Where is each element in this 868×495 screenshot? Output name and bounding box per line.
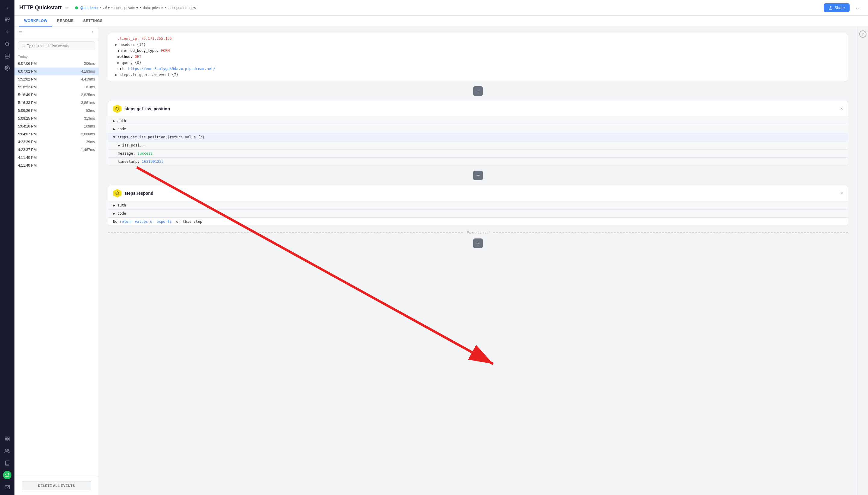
- get-iss-step-close[interactable]: ×: [840, 106, 843, 112]
- svg-rect-11: [5, 440, 7, 441]
- nav-update-icon[interactable]: [3, 471, 12, 479]
- tab-settings[interactable]: SETTINGS: [79, 16, 107, 27]
- add-step-button-end[interactable]: +: [473, 238, 483, 248]
- get-iss-return-row[interactable]: ▼ steps.get_iss_position.$return_value {…: [108, 133, 848, 141]
- code-visibility: code: private ▾: [115, 6, 138, 10]
- nav-data-icon[interactable]: [2, 51, 13, 62]
- share-button[interactable]: Share: [824, 3, 850, 12]
- respond-auth-row[interactable]: ▶ auth: [108, 201, 848, 209]
- nav-workflow-icon[interactable]: [2, 15, 13, 25]
- nav-return-icon[interactable]: [2, 27, 13, 37]
- respond-no-return-row: No return values or exports for this ste…: [108, 217, 848, 225]
- get-iss-step-header: steps.get_iss_position ×: [108, 101, 848, 117]
- tab-readme[interactable]: README: [52, 16, 79, 27]
- svg-rect-9: [8, 437, 9, 438]
- list-item[interactable]: 5:04:07 PM 2,880ms: [15, 130, 99, 138]
- panel-header: [15, 27, 99, 39]
- get-iss-step-card: steps.get_iss_position × ▶ auth ▶ code ▼…: [108, 101, 848, 166]
- left-navigation: ›: [0, 0, 15, 495]
- content-area: Today 6:07:06 PM 206ms 6:07:02 PM 4,183m…: [15, 27, 868, 495]
- status-indicator: [75, 6, 78, 9]
- more-options-button[interactable]: ···: [853, 3, 863, 12]
- trigger-line-client-ip: client_ip: 75.171.255.155: [113, 36, 843, 41]
- nav-expand-icon[interactable]: ›: [2, 2, 13, 13]
- respond-step-header: steps.respond ×: [108, 185, 848, 201]
- get-iss-iss-posi-row[interactable]: ▶ iss_posi...: [108, 141, 848, 149]
- version-badge[interactable]: v.6 ▾: [103, 6, 109, 10]
- respond-step-close[interactable]: ×: [840, 190, 843, 196]
- trigger-step-card: client_ip: 75.171.255.155 ▶ headers {14}…: [108, 33, 848, 81]
- svg-rect-0: [5, 18, 7, 19]
- dot-sep1: •: [100, 6, 101, 10]
- add-step-button-1[interactable]: +: [473, 86, 483, 96]
- get-iss-timestamp-row: timestamp: 1621991225: [108, 157, 848, 166]
- add-step-container-1: +: [108, 81, 848, 101]
- svg-line-3: [8, 21, 9, 22]
- nodejs-icon: [113, 105, 121, 113]
- nav-settings-icon[interactable]: [2, 63, 13, 73]
- panel-collapse-btn[interactable]: [90, 30, 95, 36]
- svg-line-5: [8, 45, 9, 46]
- search-icon: [21, 44, 25, 48]
- get-iss-step-title: steps.get_iss_position: [124, 106, 170, 111]
- trigger-line-raw-event[interactable]: ▶ steps.trigger.raw_event {7}: [113, 72, 843, 79]
- list-item[interactable]: 6:07:02 PM 4,183ms: [15, 68, 99, 75]
- respond-step-card: steps.respond × ▶ auth ▶ code No return …: [108, 185, 848, 226]
- list-item[interactable]: 5:52:02 PM 4,419ms: [15, 75, 99, 83]
- trigger-line-query[interactable]: ▶ query {0}: [113, 60, 843, 66]
- delete-all-events-button[interactable]: DELETE ALL EVENTS: [22, 481, 91, 490]
- svg-point-4: [5, 42, 9, 46]
- dot-sep4: •: [164, 6, 166, 10]
- svg-point-7: [7, 68, 8, 69]
- search-box: [18, 41, 95, 50]
- respond-step-body: ▶ auth ▶ code No return values or export…: [108, 201, 848, 225]
- add-step-button-2[interactable]: +: [473, 171, 483, 180]
- execution-end-label: Execution end: [467, 231, 489, 235]
- get-iss-auth-row[interactable]: ▶ auth: [108, 117, 848, 125]
- trigger-line-method: method: GET: [113, 54, 843, 60]
- nav-email-icon[interactable]: [2, 482, 13, 493]
- nav-search-icon[interactable]: [2, 39, 13, 49]
- get-iss-step-body: ▶ auth ▶ code ▼ steps.get_iss_position.$…: [108, 117, 848, 166]
- svg-rect-8: [5, 437, 7, 438]
- respond-code-row[interactable]: ▶ code: [108, 209, 848, 217]
- tab-bar: WORKFLOW README SETTINGS: [15, 16, 868, 27]
- right-panel: ?: [857, 27, 868, 495]
- list-item[interactable]: 5:09:25 PM 313ms: [15, 115, 99, 122]
- last-updated: last updated: now: [168, 6, 196, 10]
- svg-rect-10: [8, 440, 9, 441]
- trigger-line-headers[interactable]: ▶ headers {14}: [113, 41, 843, 48]
- execution-end-container: Execution end +: [108, 226, 848, 253]
- dot-sep2: •: [111, 6, 113, 10]
- tab-workflow[interactable]: WORKFLOW: [19, 16, 52, 27]
- events-panel: Today 6:07:06 PM 206ms 6:07:02 PM 4,183m…: [15, 27, 99, 495]
- data-visibility: data: private: [143, 6, 163, 10]
- svg-rect-1: [8, 18, 9, 19]
- user-label: @pd-demo: [80, 6, 98, 10]
- search-input[interactable]: [27, 44, 92, 48]
- svg-point-12: [6, 449, 7, 451]
- list-item[interactable]: 5:16:33 PM 3,861ms: [15, 99, 99, 107]
- list-item[interactable]: 5:18:52 PM 181ms: [15, 83, 99, 91]
- get-iss-message-row: message: success: [108, 149, 848, 157]
- nav-grid-icon[interactable]: [2, 433, 13, 444]
- list-item[interactable]: 4:11:40 PM: [15, 154, 99, 161]
- svg-point-6: [5, 54, 9, 55]
- events-list: Today 6:07:06 PM 206ms 6:07:02 PM 4,183m…: [15, 52, 99, 476]
- nav-users-icon[interactable]: [2, 446, 13, 456]
- list-item[interactable]: 4:11:40 PM: [15, 161, 99, 169]
- list-item[interactable]: 4:23:39 PM 39ms: [15, 138, 99, 146]
- list-item[interactable]: 6:07:06 PM 206ms: [15, 60, 99, 68]
- help-icon[interactable]: ?: [859, 31, 867, 38]
- nav-docs-icon[interactable]: [2, 458, 13, 468]
- workflow-canvas: client_ip: 75.171.255.155 ▶ headers {14}…: [99, 27, 857, 495]
- get-iss-code-row[interactable]: ▶ code: [108, 125, 848, 133]
- list-item[interactable]: 4:23:37 PM 1,467ms: [15, 146, 99, 154]
- list-item[interactable]: 5:04:10 PM 109ms: [15, 122, 99, 130]
- app-header: HTTP Quickstart ✏ @pd-demo • v.6 ▾ • cod…: [15, 0, 868, 16]
- trigger-line-url: url: https://enmr8zm1ygqk9da.m.pipedream…: [113, 66, 843, 72]
- app-title: HTTP Quickstart: [19, 4, 62, 11]
- list-item[interactable]: 5:18:49 PM 2,825ms: [15, 91, 99, 99]
- list-item[interactable]: 5:09:26 PM 53ms: [15, 107, 99, 115]
- edit-title-icon[interactable]: ✏: [65, 5, 69, 10]
